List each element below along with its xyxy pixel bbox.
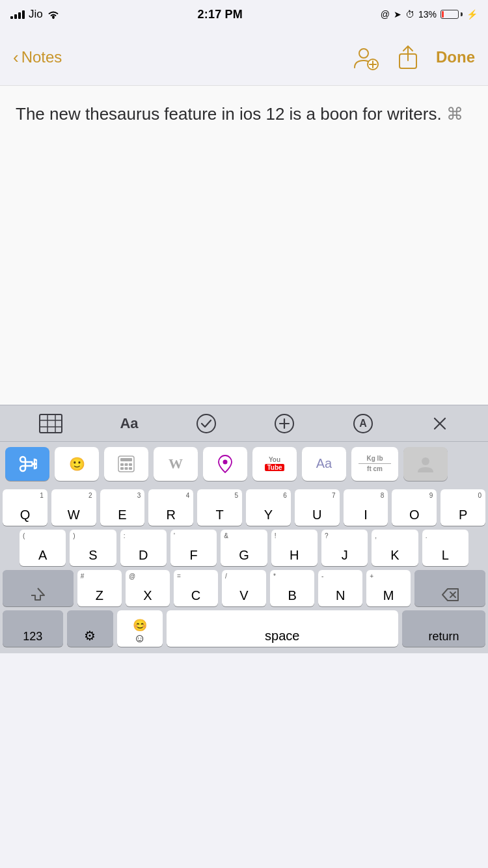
wikipedia-icon: W [169, 455, 183, 472]
carrier-label: Jio [29, 8, 43, 21]
done-button[interactable]: Done [436, 48, 475, 66]
key-t[interactable]: 5T [197, 489, 242, 526]
add-icon [274, 413, 295, 434]
format-icon: Aa [120, 415, 138, 432]
table-toolbar-button[interactable] [34, 409, 68, 439]
status-time: 2:17 PM [198, 8, 243, 21]
note-text: The new thesaurus feature in ios 12 is a… [16, 102, 472, 127]
key-s[interactable]: )S [70, 530, 116, 566]
svg-rect-20 [120, 458, 132, 461]
svg-point-0 [52, 17, 54, 19]
return-key[interactable]: return [402, 610, 485, 647]
emoji-face-icon: 🙂 [69, 456, 85, 472]
key-y[interactable]: 6Y [246, 489, 291, 526]
shortcut-contacts[interactable] [403, 447, 448, 481]
svg-rect-26 [129, 467, 132, 470]
shortcut-dictionary[interactable]: Aa [302, 447, 346, 481]
shortcut-emoji[interactable]: 🙂 [55, 447, 99, 481]
status-right: @ ➤ ⏱ 13% ⚡ [381, 9, 478, 20]
shift-icon [30, 586, 46, 602]
back-chevron-icon: ‹ [13, 49, 19, 66]
backspace-key[interactable] [414, 570, 485, 606]
key-q[interactable]: 1Q [3, 489, 47, 526]
svg-rect-23 [129, 463, 132, 466]
shift-key[interactable] [3, 570, 74, 606]
shortcut-units[interactable]: Kg lb ft cm [351, 447, 398, 481]
units-icon-top: Kg lb [367, 454, 383, 463]
nav-actions: Done [351, 43, 475, 72]
signal-bar-3 [18, 12, 21, 19]
svg-rect-6 [40, 414, 62, 433]
emoji-key-1[interactable]: 😊 ☺ [117, 610, 163, 647]
shortcut-calculator[interactable] [104, 447, 148, 481]
key-j[interactable]: ?J [321, 530, 368, 566]
share-button[interactable] [398, 45, 418, 70]
status-left: Jio [10, 8, 60, 21]
space-key[interactable]: space [167, 610, 398, 647]
alarm-icon: ⏱ [405, 9, 414, 20]
units-icon-bottom: ft cm [367, 465, 383, 473]
key-i[interactable]: 8I [344, 489, 388, 526]
key-z[interactable]: #Z [77, 570, 122, 606]
share-icon [398, 45, 418, 70]
add-toolbar-button[interactable] [269, 408, 300, 439]
arrow-icon: ➤ [394, 9, 401, 20]
note-content-area[interactable]: The new thesaurus feature in ios 12 is a… [0, 86, 488, 405]
emoji-face-2: ☺ [134, 632, 146, 644]
numbers-key[interactable]: 123 [3, 610, 63, 647]
svg-point-1 [359, 49, 368, 58]
signal-bar-1 [10, 16, 13, 19]
key-n[interactable]: -N [318, 570, 362, 606]
cmd-symbol: ⌘ [446, 104, 463, 124]
key-h[interactable]: !H [271, 530, 318, 566]
add-person-icon [351, 43, 380, 72]
gear-key[interactable]: ⚙ [67, 610, 113, 647]
back-label: Notes [21, 48, 62, 66]
shortcut-strip: 🙂 W You Tube Aa Kg lb ft [0, 441, 488, 485]
shortcut-maps[interactable] [203, 447, 247, 481]
shortcut-cmd[interactable] [5, 447, 49, 481]
backspace-icon [441, 588, 459, 602]
maps-icon [214, 453, 236, 475]
svg-point-27 [223, 459, 228, 464]
key-v[interactable]: /V [222, 570, 266, 606]
close-icon [431, 414, 449, 433]
key-d[interactable]: :D [120, 530, 167, 566]
draw-toolbar-button[interactable]: A [347, 408, 379, 439]
draw-icon: A [353, 413, 373, 434]
back-button[interactable]: ‹ Notes [13, 48, 62, 66]
svg-rect-24 [120, 467, 124, 470]
signal-bar-2 [14, 14, 17, 19]
checklist-toolbar-button[interactable] [191, 408, 222, 439]
key-g[interactable]: &G [221, 530, 267, 566]
battery-icon [441, 10, 463, 19]
key-e[interactable]: 3E [100, 489, 145, 526]
key-a[interactable]: (A [20, 530, 66, 566]
key-u[interactable]: 7U [295, 489, 340, 526]
key-l[interactable]: .L [422, 530, 468, 566]
lightning-icon: ⚡ [467, 9, 478, 20]
key-c[interactable]: =C [174, 570, 218, 606]
contacts-icon [416, 454, 435, 474]
shortcut-youtube[interactable]: You Tube [252, 447, 297, 481]
key-f[interactable]: 'F [170, 530, 217, 566]
svg-point-28 [422, 457, 429, 465]
check-icon [196, 413, 217, 434]
close-toolbar-button[interactable] [426, 409, 454, 438]
key-r[interactable]: 4R [148, 489, 193, 526]
key-row-3: #Z @X =C /V *B -N +M [0, 566, 488, 606]
format-toolbar-button[interactable]: Aa [115, 410, 143, 437]
keyboard-toolbar: Aa A [0, 405, 488, 441]
key-o[interactable]: 9O [392, 489, 437, 526]
battery-percent: 13% [418, 9, 437, 20]
key-m[interactable]: +M [366, 570, 411, 606]
svg-text:A: A [359, 418, 367, 429]
key-b[interactable]: *B [270, 570, 314, 606]
key-k[interactable]: ,K [372, 530, 418, 566]
youtube-tube-label: Tube [265, 464, 284, 471]
add-collaborator-button[interactable] [351, 43, 380, 72]
key-x[interactable]: @X [126, 570, 170, 606]
key-w[interactable]: 2W [51, 489, 96, 526]
shortcut-wikipedia[interactable]: W [154, 447, 198, 481]
key-p[interactable]: 0P [441, 489, 485, 526]
